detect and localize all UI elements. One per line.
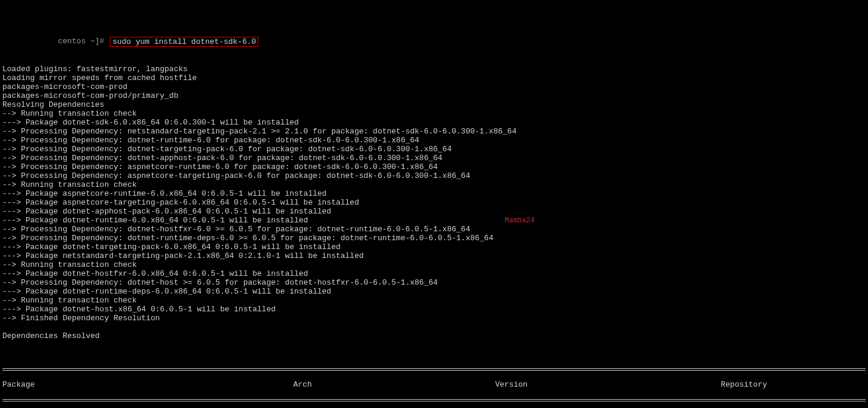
col-version: Version bbox=[495, 380, 721, 389]
terminal-line: --> Processing Dependency: dotnet-host >… bbox=[2, 278, 866, 287]
terminal-line: Loaded plugins: fastestmirror, langpacks bbox=[2, 65, 866, 74]
terminal-line: packages-microsoft-com-prod bbox=[2, 82, 866, 91]
terminal-line: --> Running transaction check bbox=[2, 296, 866, 305]
terminal-line: ---> Package dotnet-targeting-pack-6.0.x… bbox=[2, 243, 866, 251]
terminal-line: --> Running transaction check bbox=[2, 260, 866, 269]
shell-prompt-line[interactable]: centos ~]# sudo yum install dotnet-sdk-6… bbox=[2, 37, 866, 47]
table-header-rule bbox=[2, 399, 866, 401]
terminal-line: --> Processing Dependency: dotnet-apphos… bbox=[2, 154, 866, 162]
terminal-line: ---> Package dotnet-host.x86_64 0:6.0.5-… bbox=[2, 305, 866, 314]
terminal-line: --> Processing Dependency: dotnet-hostfx… bbox=[2, 225, 866, 234]
terminal-line: ---> Package aspnetcore-runtime-6.0.x86_… bbox=[2, 189, 866, 198]
terminal-line: --> Processing Dependency: dotnet-runtim… bbox=[2, 136, 866, 145]
terminal-line: ---> Package aspnetcore-targeting-pack-6… bbox=[2, 198, 866, 207]
terminal-line: ---> Package dotnet-runtime-6.0.x86_64 0… bbox=[2, 216, 866, 225]
terminal-line: Dependencies Resolved bbox=[2, 332, 866, 340]
terminal-line: --> Processing Dependency: dotnet-runtim… bbox=[2, 234, 866, 243]
terminal-line: --> Running transaction check bbox=[2, 180, 866, 189]
terminal-line: --> Processing Dependency: aspnetcore-ru… bbox=[2, 162, 866, 171]
col-repo: Repository bbox=[721, 380, 866, 389]
terminal-line: --> Processing Dependency: netstandard-t… bbox=[2, 127, 866, 136]
terminal-line: --> Running transaction check bbox=[2, 109, 866, 118]
terminal-line bbox=[2, 340, 866, 349]
terminal-line: packages-microsoft-com-prod/primary_db bbox=[2, 91, 866, 100]
terminal-line: ---> Package dotnet-apphost-pack-6.0.x86… bbox=[2, 207, 866, 216]
terminal-line: ---> Package netstandard-targeting-pack-… bbox=[2, 251, 866, 260]
table-top-rule bbox=[2, 368, 866, 371]
col-package: Package bbox=[2, 380, 293, 389]
terminal-line: --> Processing Dependency: aspnetcore-ta… bbox=[2, 171, 866, 180]
terminal-line: ---> Package dotnet-hostfxr-6.0.x86_64 0… bbox=[2, 269, 866, 278]
terminal-line: --> Processing Dependency: dotnet-target… bbox=[2, 145, 866, 154]
terminal-line bbox=[2, 323, 866, 332]
table-header-row: Package Arch Version Repository bbox=[2, 380, 866, 389]
terminal-line: ---> Package dotnet-runtime-deps-6.0.x86… bbox=[2, 287, 866, 296]
terminal-line: Resolving Dependencies bbox=[2, 100, 866, 109]
col-arch: Arch bbox=[293, 380, 495, 389]
terminal-output: Loaded plugins: fastestmirror, langpacks… bbox=[2, 65, 866, 349]
terminal-line: --> Finished Dependency Resolution bbox=[2, 314, 866, 323]
shell-prompt-host: centos ~]# bbox=[2, 37, 109, 47]
watermark-text: Mamba24 bbox=[505, 216, 534, 225]
shell-command-highlighted: sudo yum install dotnet-sdk-6.0 bbox=[110, 37, 258, 47]
terminal-line: Loading mirror speeds from cached hostfi… bbox=[2, 74, 866, 82]
terminal-line: ---> Package dotnet-sdk-6.0.x86_64 0:6.0… bbox=[2, 118, 866, 127]
